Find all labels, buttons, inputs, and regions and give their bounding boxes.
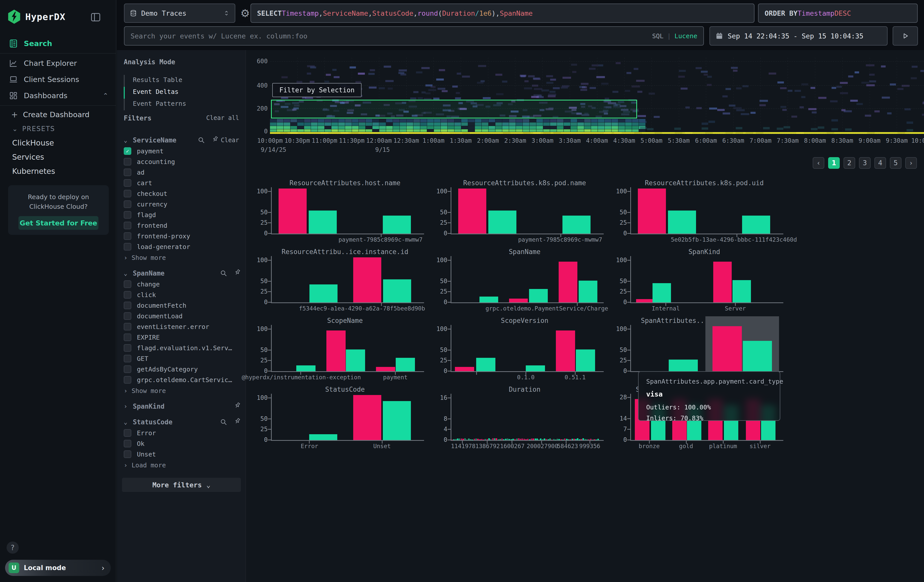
checkbox[interactable]: [124, 291, 131, 298]
presets-toggle[interactable]: ⌄PRESETS: [0, 122, 116, 136]
pin-icon[interactable]: [231, 418, 239, 426]
filter-checkbox-cart[interactable]: cart: [124, 178, 239, 188]
create-dashboard-button[interactable]: +Create Dashboard: [0, 107, 116, 122]
sql-mode-button[interactable]: SQL: [652, 32, 663, 40]
filter-checkbox-grpc-oteldemo-cartservic-[interactable]: grpc.oteldemo.CartServic…: [124, 374, 239, 385]
preset-item-clickhouse[interactable]: ClickHouse: [0, 136, 116, 150]
events-heatmap[interactable]: Filter by Selection: [270, 58, 924, 134]
prev-page-button[interactable]: ‹: [813, 157, 824, 169]
checkbox[interactable]: [124, 429, 131, 437]
show-more-button[interactable]: ›Show more: [124, 385, 239, 396]
filter-checkbox-payment[interactable]: ✓payment: [124, 146, 239, 157]
filter-checkbox-ok[interactable]: Ok: [124, 438, 239, 449]
filter-checkbox-documentfetch[interactable]: documentFetch: [124, 300, 239, 311]
order-by-input[interactable]: ORDER BY Timestamp DESC: [758, 3, 918, 23]
checkbox[interactable]: [124, 232, 131, 240]
filter-checkbox-change[interactable]: change: [124, 279, 239, 290]
checkbox[interactable]: [124, 440, 131, 447]
help-button[interactable]: ?: [7, 541, 19, 554]
pin-icon[interactable]: [231, 402, 239, 410]
checkbox[interactable]: [124, 450, 131, 458]
filter-checkbox-frontend[interactable]: frontend: [124, 220, 239, 231]
filter-checkbox-load-generator[interactable]: load-generator: [124, 241, 239, 252]
sidebar-item-client-sessions[interactable]: Client Sessions: [0, 71, 116, 87]
collapse-sidebar-icon[interactable]: [90, 12, 101, 23]
sidebar-item-search[interactable]: Search: [0, 35, 116, 52]
filter-checkbox-expire[interactable]: EXPIRE: [124, 332, 239, 343]
filter-checkbox-currency[interactable]: currency: [124, 199, 239, 209]
checkbox[interactable]: [124, 280, 131, 288]
search-icon[interactable]: [198, 137, 205, 144]
pin-icon[interactable]: [209, 137, 217, 144]
heatmap-selection-region[interactable]: [271, 100, 637, 119]
filter-group-name[interactable]: SpanKind: [133, 402, 165, 410]
preset-item-kubernetes[interactable]: Kubernetes: [0, 164, 116, 178]
search-icon[interactable]: [220, 418, 228, 426]
checkbox[interactable]: [124, 222, 131, 229]
search-input[interactable]: [130, 32, 652, 40]
analysis-mode-event-patterns[interactable]: Event Patterns: [124, 98, 239, 110]
source-select[interactable]: Demo Traces: [124, 3, 235, 23]
show-more-button[interactable]: ›Show more: [124, 252, 239, 263]
clear-all-button[interactable]: Clear all: [206, 114, 239, 122]
filter-group-name[interactable]: ServiceName: [133, 137, 177, 144]
page-button-2[interactable]: 2: [843, 157, 855, 169]
checkbox[interactable]: [124, 333, 131, 341]
checkbox[interactable]: [124, 158, 131, 165]
chevron-down-icon[interactable]: ⌄: [124, 419, 129, 425]
checkbox[interactable]: [124, 355, 131, 362]
load-more-button[interactable]: ›Load more: [124, 460, 239, 471]
filter-checkbox-checkout[interactable]: checkout: [124, 188, 239, 199]
sidebar-item-chart-explorer[interactable]: Chart Explorer: [0, 55, 116, 71]
checkbox[interactable]: [124, 200, 131, 208]
run-query-button[interactable]: [893, 26, 918, 46]
filter-checkbox-error[interactable]: Error: [124, 428, 239, 438]
page-button-3[interactable]: 3: [859, 157, 871, 169]
analysis-mode-results-table[interactable]: Results Table: [124, 74, 239, 86]
preset-item-services[interactable]: Services: [0, 150, 116, 164]
filter-by-selection-button[interactable]: Filter by Selection: [272, 83, 361, 97]
analysis-mode-event-deltas[interactable]: Event Deltas: [124, 86, 239, 98]
checkbox[interactable]: [124, 302, 131, 309]
filter-checkbox-get[interactable]: GET: [124, 353, 239, 364]
sidebar-item-dashboards[interactable]: Dashboards⌃: [0, 87, 116, 104]
lucene-mode-button[interactable]: Lucene: [675, 32, 697, 40]
next-page-button[interactable]: ›: [905, 157, 917, 169]
local-mode-pill[interactable]: U Local mode ›: [5, 560, 111, 576]
chevron-down-icon[interactable]: ⌄: [124, 270, 129, 277]
filter-checkbox-flagd[interactable]: flagd: [124, 209, 239, 220]
filter-group-name[interactable]: StatusCode: [133, 418, 173, 426]
checkbox[interactable]: [124, 365, 131, 373]
filter-checkbox-eventlistener-error[interactable]: eventListener.error: [124, 322, 239, 332]
pin-icon[interactable]: [231, 269, 239, 277]
sql-select-input[interactable]: SELECT Timestamp, ServiceName, StatusCod…: [251, 3, 754, 23]
checkbox[interactable]: [124, 376, 131, 384]
chevron-right-icon[interactable]: ›: [124, 403, 129, 410]
checkbox[interactable]: [124, 312, 131, 320]
get-started-button[interactable]: Get Started for Free: [18, 216, 98, 230]
filter-checkbox-documentload[interactable]: documentLoad: [124, 311, 239, 322]
page-button-1[interactable]: 1: [828, 157, 840, 169]
checkbox-checked[interactable]: ✓: [124, 147, 131, 155]
chevron-down-icon[interactable]: ⌄: [124, 137, 129, 144]
date-range-picker[interactable]: Sep 14 22:04:35 - Sep 15 10:04:35: [710, 26, 888, 46]
filter-checkbox-getadsbycategory[interactable]: getAdsByCategory: [124, 364, 239, 374]
clear-filter-button[interactable]: Clear: [221, 137, 239, 144]
filter-checkbox-flagd-evaluation-v1-serv-[interactable]: flagd.evaluation.v1.Serv…: [124, 343, 239, 353]
checkbox[interactable]: [124, 344, 131, 352]
checkbox[interactable]: [124, 211, 131, 219]
checkbox[interactable]: [124, 190, 131, 197]
filter-checkbox-unset[interactable]: Unset: [124, 449, 239, 460]
filter-checkbox-click[interactable]: click: [124, 290, 239, 300]
more-filters-button[interactable]: More filters ⌄: [122, 478, 241, 492]
filter-checkbox-frontend-proxy[interactable]: frontend-proxy: [124, 231, 239, 241]
checkbox[interactable]: [124, 243, 131, 251]
filter-checkbox-accounting[interactable]: accounting: [124, 157, 239, 167]
page-button-4[interactable]: 4: [874, 157, 886, 169]
checkbox[interactable]: [124, 323, 131, 330]
checkbox[interactable]: [124, 179, 131, 187]
checkbox[interactable]: [124, 168, 131, 176]
filter-group-name[interactable]: SpanName: [133, 269, 165, 277]
search-icon[interactable]: [220, 269, 228, 277]
page-button-5[interactable]: 5: [890, 157, 901, 169]
